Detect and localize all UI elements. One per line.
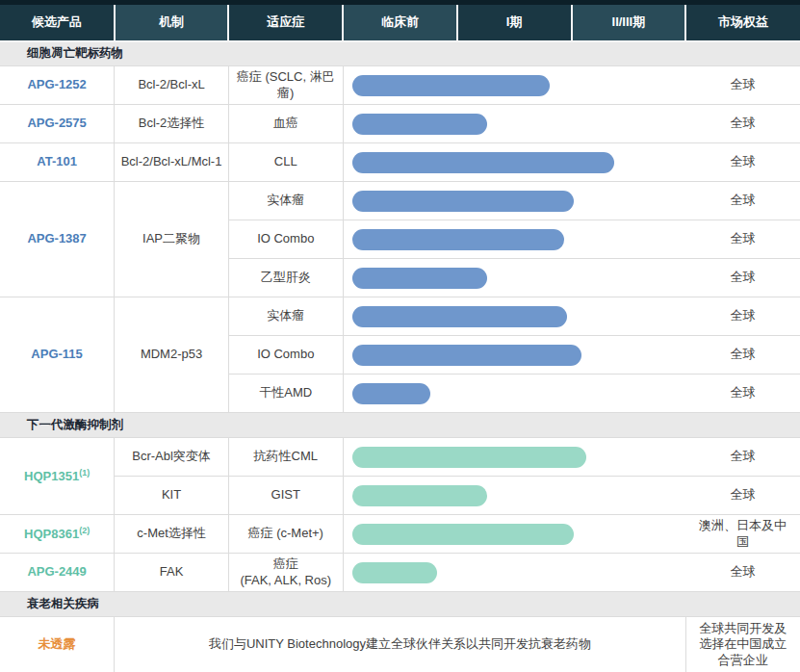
pipeline-row: APG-2575Bcl-2选择性血癌全球 [0,105,800,143]
mechanism-cell: FAK [115,554,229,592]
market-rights-cell: 全球 [685,297,800,336]
product-name: APG-2449 [0,554,115,592]
indication-cell: 干性AMD [228,375,343,413]
indication-cell: IO Combo [228,336,343,375]
indication-cell: CLL [228,143,343,182]
column-header: 市场权益 [685,3,800,41]
table-body: 细胞凋亡靶标药物APG-1252Bcl-2/Bcl-xL癌症 (SCLC, 淋巴… [0,41,800,672]
market-rights-cell: 澳洲、日本及中国 [685,515,800,554]
product-name: AT-101 [0,143,115,182]
pipeline-row: HQP8361(2)c-Met选择性癌症 (c-Met+)澳洲、日本及中国 [0,515,800,554]
pipeline-chart: 候选产品机制适应症临床前I期II/III期市场权益 细胞凋亡靶标药物APG-12… [0,0,800,672]
product-name: 未透露 [0,617,115,672]
column-header: 机制 [115,3,229,41]
phase-progress-bar [352,485,488,506]
mechanism-cell: Bcl-2/Bcl-xL [115,66,229,105]
mechanism-cell: Bcl-2/Bcl-xL/Mcl-1 [115,143,229,182]
phase-progress-cell [343,336,685,375]
footnote-marker: (1) [79,468,90,478]
market-rights-cell: 全球 [685,438,800,477]
phase-progress-cell [343,515,685,554]
phase-progress-bar [352,306,567,327]
pipeline-table: 候选产品机制适应症临床前I期II/III期市场权益 细胞凋亡靶标药物APG-12… [0,0,800,672]
section-title: 下一代激酶抑制剂 [0,413,800,438]
phase-progress-cell [343,259,685,297]
phase-progress-bar [352,524,574,545]
market-rights-cell: 全球 [685,105,800,143]
column-header: 适应症 [228,3,343,41]
indication-cell: GIST [228,477,343,515]
mechanism-cell: Bcr-Abl突变体 [115,438,229,477]
indication-cell: 血癌 [228,105,343,143]
phase-progress-bar [352,191,574,212]
phase-progress-cell [343,182,685,220]
mechanism-cell: KIT [115,477,229,515]
indication-cell: 乙型肝炎 [228,259,343,297]
product-name: APG-2575 [0,105,115,143]
phase-progress-cell [343,66,685,105]
indication-cell: 实体瘤 [228,297,343,336]
pipeline-row: APG-1252Bcl-2/Bcl-xL癌症 (SCLC, 淋巴瘤)全球 [0,66,800,105]
section-row: 细胞凋亡靶标药物 [0,41,800,66]
product-name: HQP8361(2) [0,515,115,554]
market-rights-cell: 全球 [685,554,800,592]
footnote-marker: (2) [79,526,90,535]
indication-cell: 癌症 (SCLC, 淋巴瘤) [228,66,343,105]
phase-progress-cell [343,220,685,259]
product-name: APG-1252 [0,66,115,105]
indication-cell: IO Combo [228,220,343,259]
market-rights-cell: 全球 [685,143,800,182]
column-header: 候选产品 [0,3,115,41]
header-row: 候选产品机制适应症临床前I期II/III期市场权益 [0,3,800,41]
market-rights-cell: 全球 [685,336,800,375]
phase-progress-cell [343,375,685,413]
pipeline-row: KITGIST全球 [0,477,800,515]
pipeline-row: HQP1351(1)Bcr-Abl突变体抗药性CML全球 [0,438,800,477]
phase-progress-cell [343,105,685,143]
phase-progress-bar [352,447,587,468]
indication-cell: 癌症 (FAK, ALK, Ros) [228,554,343,592]
market-rights-cell: 全球 [685,220,800,259]
mechanism-cell: Bcl-2选择性 [115,105,229,143]
market-rights-cell: 全球 [685,477,800,515]
section-title: 衰老相关疾病 [0,592,800,617]
pipeline-row: AT-101Bcl-2/Bcl-xL/Mcl-1CLL全球 [0,143,800,182]
market-rights-cell: 全球 [685,66,800,105]
phase-progress-cell [343,438,685,477]
pipeline-row: APG-1387IAP二聚物实体瘤全球 [0,182,800,220]
market-rights-cell: 全球共同开发及选择在中国成立合营企业 [685,617,800,672]
market-rights-cell: 全球 [685,182,800,220]
product-name: HQP1351(1) [0,438,115,515]
product-name: APG-1387 [0,182,115,297]
indication-cell: 癌症 (c-Met+) [228,515,343,554]
phase-progress-bar [352,229,564,250]
market-rights-cell: 全球 [685,375,800,413]
section-title: 细胞凋亡靶标药物 [0,41,800,66]
indication-cell: 抗药性CML [228,438,343,477]
table-header: 候选产品机制适应症临床前I期II/III期市场权益 [0,3,800,41]
phase-progress-bar [352,75,551,96]
section-row: 下一代激酶抑制剂 [0,413,800,438]
phase-progress-bar [352,152,615,173]
product-name: APG-115 [0,297,115,413]
mechanism-cell: MDM2-p53 [115,297,229,413]
mechanism-cell: c-Met选择性 [115,515,229,554]
phase-progress-bar [352,114,488,135]
column-header: I期 [457,3,572,41]
phase-progress-bar [352,383,430,404]
column-header: 临床前 [343,3,457,41]
phase-progress-cell [343,297,685,336]
pipeline-row: APG-115MDM2-p53实体瘤全球 [0,297,800,336]
indication-cell: 实体瘤 [228,182,343,220]
phase-progress-cell [343,554,685,592]
pipeline-row: 未透露我们与UNITY Biotechnology建立全球伙伴关系以共同开发抗衰… [0,617,800,672]
pipeline-row: APG-2449FAK癌症 (FAK, ALK, Ros)全球 [0,554,800,592]
phase-progress-bar [352,562,437,583]
column-header: II/III期 [572,3,686,41]
section-row: 衰老相关疾病 [0,592,800,617]
phase-progress-cell [343,477,685,515]
mechanism-cell: IAP二聚物 [115,182,229,297]
phase-progress-bar [352,268,488,289]
phase-progress-bar [352,345,582,366]
market-rights-cell: 全球 [685,259,800,297]
